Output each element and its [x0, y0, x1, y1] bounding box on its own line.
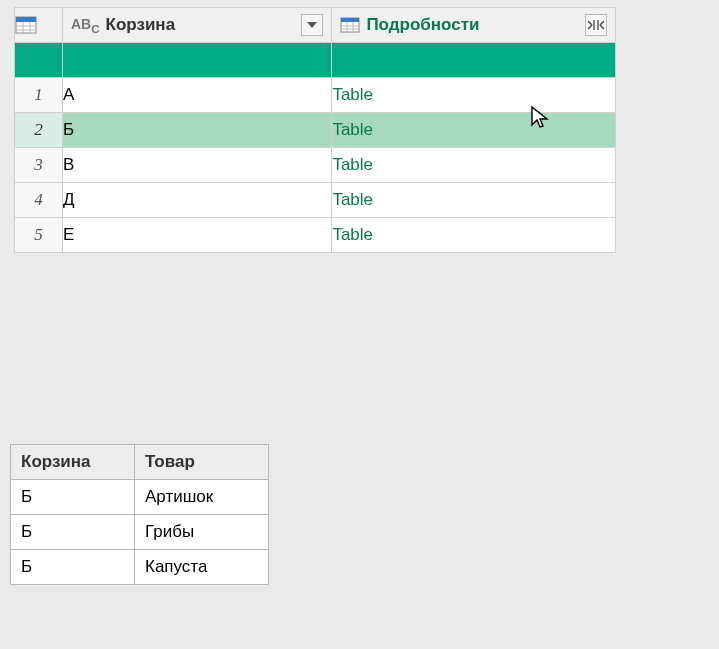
svg-rect-1 [16, 17, 36, 22]
cell-table-link[interactable]: Table [332, 218, 616, 253]
expand-icon [588, 19, 604, 31]
preview-cell: Артишок [135, 480, 269, 515]
preview-cell: Грибы [135, 515, 269, 550]
table-row-selected[interactable]: 2 Б Table [15, 113, 616, 148]
row-number[interactable]: 5 [15, 218, 63, 253]
select-all-corner[interactable] [15, 8, 63, 43]
column-label: Корзина [106, 15, 296, 35]
header-accent-bar [15, 43, 616, 78]
table-type-icon [340, 17, 360, 33]
preview-cell: Капуста [135, 550, 269, 585]
table-icon [15, 16, 62, 34]
chevron-down-icon [307, 22, 317, 28]
column-header-korzina[interactable]: ABC Корзина [62, 8, 332, 43]
row-number[interactable]: 3 [15, 148, 63, 183]
cell-table-link[interactable]: Table [332, 183, 616, 218]
svg-rect-7 [341, 18, 359, 22]
preview-cell: Б [11, 550, 135, 585]
column-label: Подробности [366, 15, 579, 35]
preview-cell: Б [11, 515, 135, 550]
row-number[interactable]: 4 [15, 183, 63, 218]
preview-table[interactable]: Корзина Товар Б Артишок Б Грибы Б Капуст… [10, 444, 269, 585]
cell-table-link[interactable]: Table [332, 113, 616, 148]
cell-table-link[interactable]: Table [332, 148, 616, 183]
row-number[interactable]: 1 [15, 78, 63, 113]
preview-row[interactable]: Б Артишок [11, 480, 269, 515]
cell-korzina[interactable]: В [62, 148, 332, 183]
cell-korzina[interactable]: Д [62, 183, 332, 218]
main-data-table[interactable]: ABC Корзина [14, 7, 616, 253]
preview-header-korzina[interactable]: Корзина [11, 445, 135, 480]
cell-table-link[interactable]: Table [332, 78, 616, 113]
preview-header-tovar[interactable]: Товар [135, 445, 269, 480]
cell-korzina[interactable]: Б [62, 113, 332, 148]
row-number[interactable]: 2 [15, 113, 63, 148]
preview-cell: Б [11, 480, 135, 515]
cell-korzina[interactable]: А [62, 78, 332, 113]
table-row[interactable]: 3 В Table [15, 148, 616, 183]
filter-dropdown-button[interactable] [301, 14, 323, 36]
table-row[interactable]: 1 А Table [15, 78, 616, 113]
table-row[interactable]: 5 Е Table [15, 218, 616, 253]
table-row[interactable]: 4 Д Table [15, 183, 616, 218]
preview-row[interactable]: Б Капуста [11, 550, 269, 585]
column-header-podrobnosti[interactable]: Подробности [332, 8, 616, 43]
expand-column-button[interactable] [585, 14, 607, 36]
cell-korzina[interactable]: Е [62, 218, 332, 253]
text-type-icon: ABC [71, 16, 100, 35]
preview-row[interactable]: Б Грибы [11, 515, 269, 550]
